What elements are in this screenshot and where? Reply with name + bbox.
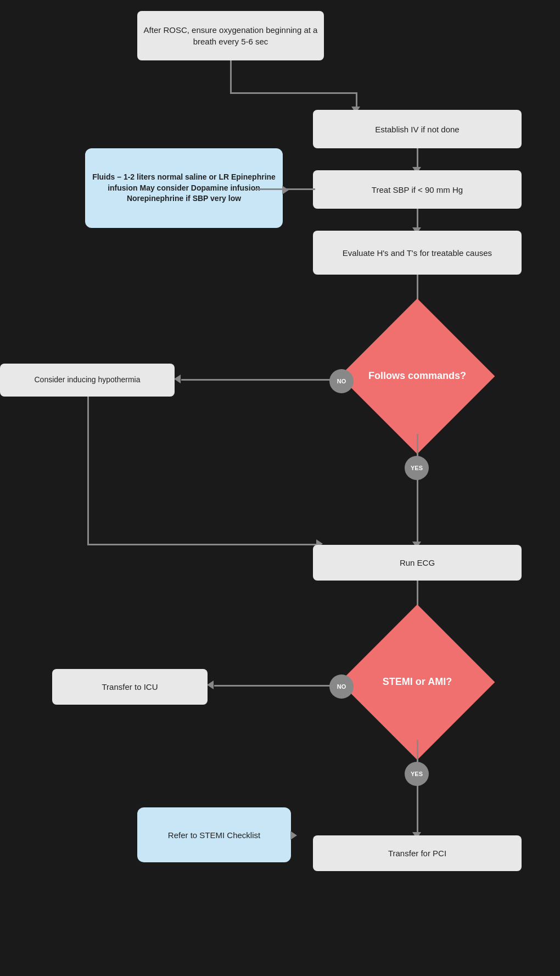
yes-badge-1: YES xyxy=(405,456,429,480)
arrow-yes1-top xyxy=(417,434,418,459)
arrow-no2-h xyxy=(214,685,331,687)
follows-commands-diamond: Follows commands? xyxy=(360,319,475,434)
transfer-icu-box: Transfer to ICU xyxy=(52,669,208,705)
no-badge-2: NO xyxy=(329,674,354,699)
arrow-yes2-top xyxy=(417,740,418,765)
arrowhead-no2 xyxy=(207,681,214,689)
arrowhead-stemi-pointer xyxy=(290,831,297,840)
arrow-fluids-h xyxy=(255,188,315,190)
refer-stemi-box: Refer to STEMI Checklist xyxy=(137,807,291,862)
stemi-ami-diamond: STEMI or AMI? xyxy=(360,624,475,740)
evaluate-hs-box: Evaluate H's and T's for treatable cause… xyxy=(313,231,522,275)
arrow-hypo-right xyxy=(87,544,318,545)
arrow-rosc-right xyxy=(230,92,356,94)
arrow-no1-h xyxy=(181,379,331,381)
fluids-info-box: Fluids – 1-2 liters normal saline or LR … xyxy=(85,148,283,228)
arrow-hypo-down xyxy=(87,397,89,545)
flowchart: After ROSC, ensure oxygenation beginning… xyxy=(0,0,560,976)
arrowhead-no1 xyxy=(174,375,181,383)
arrow-rosc-down xyxy=(230,60,232,93)
arrow-yes2-bottom xyxy=(417,786,418,835)
consider-hypothermia-box: Consider inducing hypothermia xyxy=(0,364,175,397)
rosc-box: After ROSC, ensure oxygenation beginning… xyxy=(137,11,324,60)
transfer-pci-box: Transfer for PCI xyxy=(313,835,522,871)
arrowhead-fluids xyxy=(282,186,289,194)
treat-sbp-box: Treat SBP if < 90 mm Hg xyxy=(313,170,522,209)
arrow-yes1-bottom xyxy=(417,480,418,545)
establish-iv-box: Establish IV if not done xyxy=(313,110,522,148)
no-badge-1: NO xyxy=(329,369,354,393)
yes-badge-2: YES xyxy=(405,762,429,786)
run-ecg-box: Run ECG xyxy=(313,545,522,581)
